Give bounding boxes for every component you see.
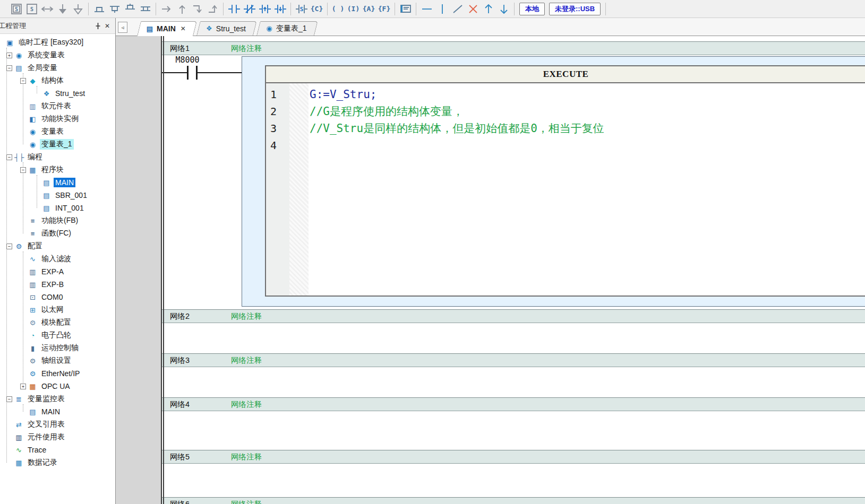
collapse-icon[interactable]: − — [20, 167, 26, 173]
clipped-icon[interactable] — [0, 2, 8, 16]
insert-branch-up-icon[interactable] — [92, 2, 106, 16]
local-button[interactable]: 本地 — [519, 3, 545, 15]
collapse-icon[interactable]: − — [6, 65, 12, 71]
tree-item-motion-axis[interactable]: ▮运动控制轴 — [0, 342, 115, 354]
comment-icon[interactable] — [398, 2, 413, 16]
sfc-step-icon[interactable]: S — [24, 2, 39, 16]
insert-branch-down-icon[interactable] — [107, 2, 122, 16]
network-header-5[interactable]: 网络5网络注释 — [161, 450, 865, 464]
code-area[interactable]: G:=V_Stru;//G是程序使用的结构体变量，//V_Stru是同样的结构体… — [309, 83, 865, 296]
application-instruction-icon[interactable]: {A} — [362, 2, 376, 16]
tree-item-program-main[interactable]: ▤MAIN — [0, 176, 115, 189]
execute-block[interactable]: EXECUTE1234G:=V_Stru;//G是程序使用的结构体变量，//V_… — [265, 65, 865, 297]
contact-open-symbol[interactable] — [196, 66, 198, 80]
function-call-icon[interactable]: {F} — [377, 2, 391, 16]
tree-item-com-port[interactable]: ⊡COM0 — [0, 291, 115, 303]
code-line-4[interactable] — [310, 137, 865, 154]
network-comment[interactable]: 网络注释 — [231, 355, 262, 366]
tab-scroll-left-icon[interactable]: ◃ — [118, 22, 127, 33]
tree-item-trace[interactable]: ∿Trace — [0, 444, 115, 456]
network-header-6[interactable]: 网络6网络注释 — [161, 497, 865, 504]
code-line-2[interactable]: //G是程序使用的结构体变量， — [310, 103, 865, 120]
tree-item-axis-group[interactable]: ⚙轴组设置 — [0, 354, 115, 367]
network-header-3[interactable]: 网络3网络注释 — [161, 353, 865, 367]
tree-item-program-sbr[interactable]: ▤SBR_001 — [0, 189, 115, 202]
delete-line-icon[interactable] — [450, 2, 465, 16]
tree-item-ecam[interactable]: ◔电子凸轮 — [0, 329, 115, 342]
code-line-3[interactable]: //V_Stru是同样的结构体，但是初始值都是0，相当于复位 — [310, 120, 865, 137]
close-icon[interactable]: ✕ — [102, 21, 112, 31]
network-header-1[interactable]: 网络1网络注释 — [161, 41, 865, 55]
tab-stru-test[interactable]: ❖Stru_test — [196, 21, 253, 36]
tree-item-exp-module[interactable]: ▥EXP-A — [0, 265, 115, 278]
tree-item-watch-table[interactable]: −≣变量监控表 — [0, 393, 115, 405]
coil-icon[interactable]: ( ) — [331, 2, 345, 16]
tree-item-fb-instance[interactable]: ◧功能块实例 — [0, 112, 115, 125]
tree-item-struct[interactable]: −◆结构体 — [0, 74, 115, 87]
collapse-icon[interactable]: − — [6, 154, 12, 160]
tree-item-struct-member[interactable]: ❖Stru_test — [0, 87, 115, 100]
horizontal-line-icon[interactable] — [419, 2, 434, 16]
insert-down-outline-icon[interactable] — [71, 2, 85, 16]
network-comment[interactable]: 网络注释 — [231, 44, 262, 54]
collapse-icon[interactable]: − — [6, 244, 12, 249]
compare-instruction-icon[interactable]: {C} — [310, 2, 324, 16]
tree-item-sys-var-table[interactable]: +◉系统变量表 — [0, 49, 115, 62]
horizontal-stretch-icon[interactable] — [40, 2, 54, 16]
login-status-button[interactable]: 未登录::USB — [549, 3, 601, 15]
move-up-icon[interactable] — [481, 2, 495, 16]
tree-item-function[interactable]: ≡函数(FC) — [0, 227, 115, 240]
contact-set-icon[interactable]: S — [294, 2, 309, 16]
tree-item-var-table[interactable]: ◉变量表 — [0, 125, 115, 138]
wire-up-icon[interactable] — [175, 2, 189, 16]
coil-inverse-icon[interactable]: (I) — [346, 2, 361, 16]
insert-parallel-rung-icon[interactable] — [138, 2, 152, 16]
network-header-2[interactable]: 网络2网络注释 — [161, 309, 865, 323]
tree-item-device-comment[interactable]: ▥软元件表 — [0, 100, 115, 112]
tree-item-global-var[interactable]: −▤全局变量 — [0, 62, 115, 74]
tree-item-ethernet-ip[interactable]: ⚙EtherNet/IP — [0, 367, 115, 380]
tab-main[interactable]: ▤MAIN✕ — [137, 21, 193, 36]
network-body-5[interactable] — [161, 464, 865, 497]
tree-item-program-int[interactable]: ▤INT_001 — [0, 202, 115, 214]
contact-open-icon[interactable] — [227, 2, 241, 16]
contact-closed-icon[interactable] — [242, 2, 256, 16]
ladder-canvas[interactable]: 网络1网络注释M8000EXECUTE1234G:=V_Stru;//G是程序使… — [161, 36, 865, 504]
network-body-2[interactable] — [161, 323, 865, 353]
move-down-icon[interactable] — [496, 2, 511, 16]
contact-open-symbol[interactable] — [187, 66, 189, 80]
tree-item-input-filter[interactable]: ∿输入滤波 — [0, 253, 115, 265]
contact-falling-icon[interactable] — [273, 2, 287, 16]
tree-item-opc-ua[interactable]: +▦OPC UA — [0, 380, 115, 393]
wire-corner-down-icon[interactable] — [190, 2, 204, 16]
network-body-1[interactable]: M8000EXECUTE1234G:=V_Stru;//G是程序使用的结构体变量… — [161, 55, 865, 309]
contact-label[interactable]: M8000 — [173, 55, 202, 65]
tree-item-project[interactable]: ▣临时工程 [Easy320] — [0, 36, 115, 49]
script-editor[interactable]: 1234G:=V_Stru;//G是程序使用的结构体变量，//V_Stru是同样… — [266, 83, 865, 296]
tab-close-icon[interactable]: ✕ — [181, 25, 186, 32]
tree-item-programming[interactable]: −┤├编程 — [0, 151, 115, 163]
code-line-1[interactable]: G:=V_Stru; — [310, 86, 865, 103]
tree-item-var-table[interactable]: ◉变量表_1 — [0, 138, 115, 151]
tree-item-watch-main[interactable]: ▤MAIN — [0, 405, 115, 418]
network-comment[interactable]: 网络注释 — [231, 399, 262, 410]
wire-corner-up-icon[interactable] — [205, 2, 220, 16]
collapse-icon[interactable]: − — [6, 396, 12, 402]
tree-item-exp-module[interactable]: ▥EXP-B — [0, 278, 115, 291]
tree-item-config[interactable]: −⚙配置 — [0, 240, 115, 253]
tree-item-program-blocks[interactable]: −▦程序块 — [0, 163, 115, 176]
wire-right-icon[interactable] — [159, 2, 174, 16]
tree-item-device-usage[interactable]: ▥元件使用表 — [0, 431, 115, 444]
contact-rising-icon[interactable] — [258, 2, 272, 16]
network-comment[interactable]: 网络注释 — [231, 499, 262, 504]
tree-item-data-log[interactable]: ▦数据记录 — [0, 456, 115, 469]
sfc-step-boxed-icon[interactable]: S — [9, 2, 23, 16]
network-body-4[interactable] — [161, 411, 865, 450]
tab-var-table-1[interactable]: ◉变量表_1 — [256, 21, 314, 36]
network-comment[interactable]: 网络注释 — [231, 311, 262, 321]
expand-icon[interactable]: + — [20, 384, 26, 389]
execute-element-region[interactable]: EXECUTE1234G:=V_Stru;//G是程序使用的结构体变量，//V_… — [242, 56, 865, 307]
insert-down-filled-icon[interactable] — [55, 2, 70, 16]
delete-wire-icon[interactable] — [466, 2, 480, 16]
tree-item-function-block[interactable]: ≡功能块(FB) — [0, 214, 115, 227]
